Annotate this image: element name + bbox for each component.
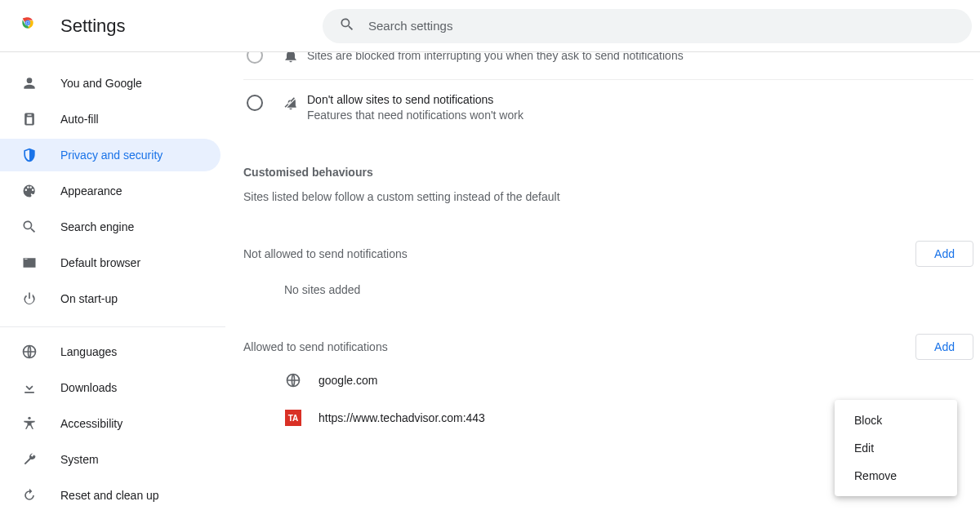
bell-icon <box>283 52 307 66</box>
techadvisor-favicon: TA <box>284 409 302 427</box>
search-box[interactable] <box>323 9 972 43</box>
sidebar-group-extra: Languages Downloads Accessibility System… <box>0 335 225 512</box>
not-allowed-label: Not allowed to send notifications <box>243 247 408 260</box>
page-title: Settings <box>60 16 126 37</box>
site-url: google.com <box>318 374 377 387</box>
site-url: https://www.techadvisor.com:443 <box>318 411 485 424</box>
globe-icon <box>284 371 302 389</box>
search-icon <box>339 16 355 35</box>
autofill-icon <box>21 111 38 127</box>
sidebar-item-label: Downloads <box>60 381 117 394</box>
allowed-header: Allowed to send notifications Add <box>243 334 973 360</box>
sidebar-item-privacy-security[interactable]: Privacy and security <box>0 139 220 171</box>
add-not-allowed-button[interactable]: Add <box>915 241 973 267</box>
sidebar-item-system[interactable]: System <box>0 443 220 476</box>
palette-icon <box>21 183 38 199</box>
sidebar-item-search-engine[interactable]: Search engine <box>0 211 220 243</box>
context-menu-block[interactable]: Block <box>835 406 957 434</box>
bell-off-icon <box>283 95 307 113</box>
sidebar[interactable]: You and Google Auto-fill Privacy and sec… <box>0 52 225 528</box>
download-icon <box>21 379 38 396</box>
sidebar-item-accessibility[interactable]: Accessibility <box>0 407 220 440</box>
search-input[interactable] <box>368 19 956 33</box>
radio-icon[interactable] <box>247 95 263 111</box>
option-subtitle: Sites are blocked from interrupting you … <box>307 52 973 62</box>
allowed-label: Allowed to send notifications <box>243 340 388 353</box>
sidebar-item-languages[interactable]: Languages <box>0 335 220 368</box>
wrench-icon <box>21 451 38 468</box>
sidebar-item-label: Languages <box>60 345 117 358</box>
not-allowed-header: Not allowed to send notifications Add <box>243 241 973 267</box>
option-subtitle: Features that need notifications won't w… <box>307 109 973 122</box>
sidebar-item-label: Auto-fill <box>60 113 99 126</box>
radio-icon[interactable] <box>247 52 263 64</box>
sidebar-item-on-startup[interactable]: On start-up <box>0 282 220 315</box>
main-content: Sites are blocked from interrupting you … <box>225 52 980 528</box>
context-menu-remove[interactable]: Remove <box>835 462 957 490</box>
sidebar-item-autofill[interactable]: Auto-fill <box>0 103 220 135</box>
notifications-option-dont-allow[interactable]: Don't allow sites to send notifications … <box>243 79 973 135</box>
sidebar-item-appearance[interactable]: Appearance <box>0 175 220 207</box>
sidebar-item-downloads[interactable]: Downloads <box>0 371 220 404</box>
customised-behaviours-title: Customised behaviours <box>243 166 973 179</box>
sidebar-item-label: Search engine <box>60 220 134 233</box>
context-menu-edit[interactable]: Edit <box>835 434 957 462</box>
sidebar-item-you-and-google[interactable]: You and Google <box>0 67 220 100</box>
search-wrap <box>323 9 972 43</box>
sidebar-item-label: Default browser <box>60 256 140 269</box>
sidebar-item-label: On start-up <box>60 292 118 305</box>
globe-icon <box>21 344 38 360</box>
sidebar-item-label: Accessibility <box>60 417 122 430</box>
sidebar-item-label: Appearance <box>60 184 122 197</box>
accessibility-icon <box>21 415 38 432</box>
restore-icon <box>21 487 38 504</box>
allowed-site-row[interactable]: google.com <box>243 360 973 397</box>
sidebar-item-label: Reset and clean up <box>60 489 159 502</box>
add-allowed-button[interactable]: Add <box>915 334 973 360</box>
person-icon <box>21 75 38 91</box>
customised-behaviours-sub: Sites listed below follow a custom setti… <box>243 190 973 203</box>
sidebar-item-default-browser[interactable]: Default browser <box>0 246 220 279</box>
browser-icon <box>21 255 38 271</box>
sidebar-item-label: You and Google <box>60 77 142 90</box>
app-header: Settings <box>0 0 980 52</box>
chrome-logo-icon <box>20 15 42 38</box>
sidebar-item-label: System <box>60 453 99 466</box>
not-allowed-empty: No sites added <box>243 267 973 296</box>
sidebar-group-main: You and Google Auto-fill Privacy and sec… <box>0 67 225 327</box>
sidebar-item-reset[interactable]: Reset and clean up <box>0 479 220 512</box>
power-icon <box>21 291 38 307</box>
notifications-option-blocked[interactable]: Sites are blocked from interrupting you … <box>243 52 973 79</box>
search-icon <box>21 219 38 235</box>
site-context-menu: Block Edit Remove <box>835 400 957 496</box>
sidebar-item-label: Privacy and security <box>60 149 163 162</box>
option-title: Don't allow sites to send notifications <box>307 93 973 106</box>
svg-point-5 <box>28 417 30 419</box>
shield-icon <box>21 147 38 163</box>
svg-point-3 <box>26 21 29 24</box>
